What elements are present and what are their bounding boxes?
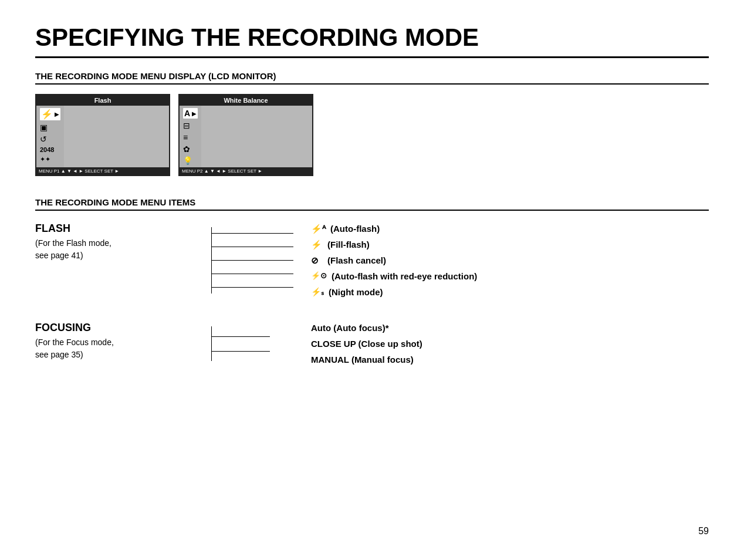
focusing-block: FOCUSING (For the Focus mode, see page 3… — [35, 322, 709, 366]
focusing-label: FOCUSING — [35, 322, 211, 334]
focusing-line-1 — [211, 351, 270, 352]
focusing-desc: (For the Focus mode, see page 35) — [35, 338, 114, 359]
section2-heading: THE RECORDING MODE MENU ITEMS — [35, 197, 709, 211]
focusing-line-0 — [211, 336, 270, 337]
flash-option-0: ⚡ᴬ (Auto-flash) — [311, 222, 477, 235]
lcd1-icon-2: ↺ — [40, 134, 60, 144]
flash-line-3 — [211, 274, 293, 274]
flash-option-2: ⊘ (Flash cancel) — [311, 254, 477, 266]
flash-opt4-icon: ⚡ₛ — [311, 286, 324, 298]
flash-lines: ⚡ᴬ (Auto-flash) ⚡ (Fill-flash) ⊘ (Flash … — [211, 222, 709, 298]
flash-opt0-text: (Auto-flash) — [330, 222, 380, 235]
focusing-opt0-text: Auto (Auto focus)* — [311, 322, 388, 334]
flash-opt3-text: (Auto-flash with red-eye reduction) — [332, 270, 477, 282]
focusing-options: Auto (Auto focus)* CLOSE UP (Close up sh… — [305, 322, 422, 366]
flash-opt2-text: (Flash cancel) — [327, 254, 386, 266]
flash-opt4-text: (Night mode) — [329, 286, 383, 298]
focusing-opt2-text: MANUAL (Manual focus) — [311, 353, 414, 366]
flash-label: FLASH — [35, 222, 211, 235]
lcd1-icon-3: 2048 — [40, 146, 60, 153]
focusing-left: FOCUSING (For the Focus mode, see page 3… — [35, 322, 211, 366]
flash-option-1: ⚡ (Fill-flash) — [311, 238, 477, 251]
focusing-lines: Auto (Auto focus)* CLOSE UP (Close up sh… — [211, 322, 709, 366]
lcd2-title: White Balance — [180, 95, 312, 106]
flash-line-1 — [211, 247, 293, 247]
lcd1-icon-1: ▣ — [40, 123, 60, 132]
flash-opt1-text: (Fill-flash) — [327, 238, 370, 251]
flash-opt3-icon: ⚡⊙ — [311, 271, 327, 281]
page-number: 59 — [698, 526, 709, 537]
section1-heading: THE RECORDING MODE MENU DISPLAY (LCD Mon… — [35, 71, 709, 85]
menu-items-section: THE RECORDING MODE MENU ITEMS FLASH (For… — [35, 197, 709, 366]
flash-opt0-icon: ⚡ᴬ — [311, 222, 326, 235]
lcd-screen-flash: Flash ⚡ ▶ ▣ ↺ 2048 ✦✦ — [35, 94, 170, 176]
flash-option-3: ⚡⊙ (Auto-flash with red-eye reduction) — [311, 270, 477, 282]
lcd1-icon-0: ⚡ ▶ — [40, 108, 60, 120]
focusing-option-1: CLOSE UP (Close up shot) — [311, 338, 422, 350]
flash-left: FLASH (For the Flash mode, see page 41) — [35, 222, 211, 298]
lcd-screen-wb: White Balance A ▶ ⊟ ≡ ✿ 💡 — [178, 94, 313, 176]
lcd2-icon-4: 💡 — [183, 156, 198, 165]
flash-desc: (For the Flash mode, see page 41) — [35, 238, 111, 260]
focusing-option-2: MANUAL (Manual focus) — [311, 353, 422, 366]
flash-line-2 — [211, 260, 293, 261]
flash-line-4 — [211, 287, 293, 288]
flash-option-4: ⚡ₛ (Night mode) — [311, 286, 477, 298]
lcd2-icon-0: A ▶ — [183, 108, 198, 119]
lcd1-icon-4: ✦✦ — [40, 156, 60, 163]
lcd2-icon-2: ≡ — [183, 133, 198, 142]
lcd-screens: Flash ⚡ ▶ ▣ ↺ 2048 ✦✦ — [35, 94, 709, 176]
lcd1-title: Flash — [36, 95, 169, 106]
flash-line-0 — [211, 233, 293, 234]
lcd1-footer: MENU P1 ▲ ▼ ◄ ► SELECT SET ► — [36, 167, 169, 175]
lcd2-icon-3: ✿ — [183, 144, 198, 154]
flash-opt2-icon: ⊘ — [311, 254, 323, 266]
main-title: SPECIFYING THE RECORDING MODE — [35, 23, 709, 58]
flash-options: ⚡ᴬ (Auto-flash) ⚡ (Fill-flash) ⊘ (Flash … — [305, 222, 477, 298]
lcd2-footer: MENU P2 ▲ ▼ ◄ ► SELECT SET ► — [180, 167, 312, 175]
flash-opt1-icon: ⚡ — [311, 238, 323, 251]
focusing-opt1-text: CLOSE UP (Close up shot) — [311, 338, 422, 350]
lcd2-icon-1: ⊟ — [183, 121, 198, 130]
focusing-option-0: Auto (Auto focus)* — [311, 322, 422, 334]
flash-block: FLASH (For the Flash mode, see page 41) … — [35, 222, 709, 298]
